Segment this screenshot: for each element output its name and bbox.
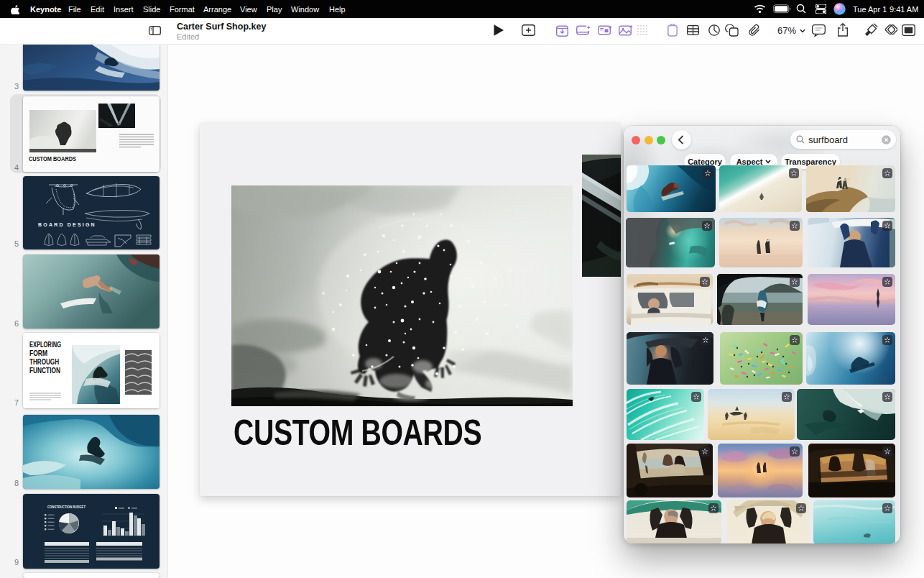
svg-text:EXPLORING: EXPLORING: [29, 340, 61, 349]
svg-text:BOARD DESIGN: BOARD DESIGN: [38, 222, 96, 227]
svg-text:THROUGH: THROUGH: [29, 357, 59, 366]
svg-text:CONSTRUCTION BUDGET: CONSTRUCTION BUDGET: [47, 505, 86, 509]
svg-text:CUSTOM BOARDS: CUSTOM BOARDS: [29, 155, 76, 162]
svg-text:FORM: FORM: [29, 349, 47, 357]
svg-text:FUNCTION: FUNCTION: [29, 366, 60, 375]
